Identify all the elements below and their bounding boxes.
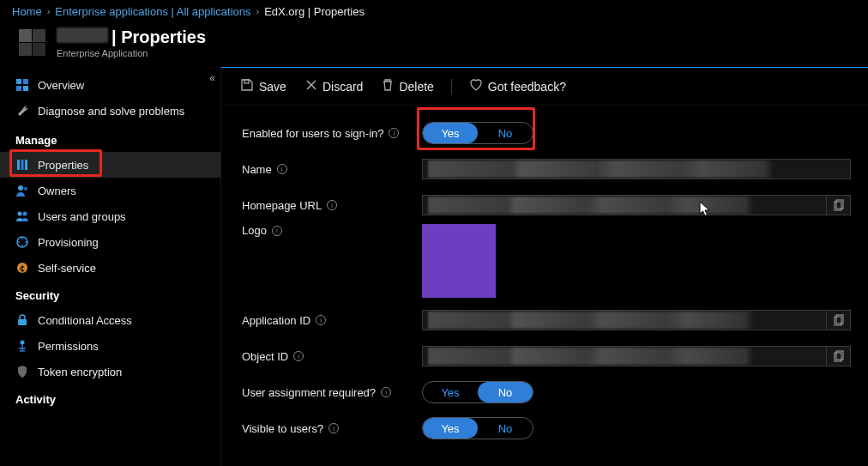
- info-icon[interactable]: i: [327, 200, 337, 210]
- sidebar-item-label: Self-service: [38, 262, 96, 275]
- appid-label: Application ID: [242, 314, 310, 327]
- svg-rect-0: [16, 79, 21, 84]
- svg-point-9: [18, 212, 22, 216]
- sidebar-heading-activity: Activity: [0, 384, 220, 411]
- breadcrumb-home[interactable]: Home: [12, 5, 42, 18]
- shield-icon: [15, 365, 29, 378]
- name-label: Name: [242, 163, 272, 176]
- info-icon[interactable]: i: [293, 351, 304, 361]
- chevron-right-icon: ›: [256, 6, 259, 16]
- lock-icon: [15, 313, 29, 327]
- user-assignment-label: User assignment required?: [242, 386, 376, 399]
- sidebar-item-label: Diagnose and solve problems: [38, 105, 184, 118]
- page-subtitle: Enterprise Application: [57, 48, 206, 58]
- objectid-input[interactable]: [422, 346, 827, 366]
- logo-image[interactable]: [422, 224, 496, 298]
- toggle-yes[interactable]: Yes: [423, 418, 478, 439]
- info-icon[interactable]: i: [277, 164, 287, 174]
- sidebar-item-conditional-access[interactable]: Conditional Access: [0, 307, 220, 333]
- delete-label: Delete: [399, 80, 433, 94]
- svg-rect-16: [244, 80, 249, 83]
- info-icon[interactable]: i: [329, 423, 339, 433]
- toggle-no[interactable]: No: [478, 123, 533, 143]
- save-button[interactable]: Save: [233, 75, 293, 98]
- heart-icon: [469, 78, 483, 94]
- svg-rect-4: [17, 160, 20, 170]
- visible-toggle[interactable]: Yes No: [422, 417, 533, 439]
- sidebar-item-self-service[interactable]: ₵ Self-service: [0, 255, 220, 281]
- info-icon[interactable]: i: [272, 226, 282, 236]
- permissions-icon: [15, 339, 29, 353]
- sidebar-item-label: Token encryption: [38, 366, 122, 378]
- sidebar-item-properties[interactable]: Properties: [0, 152, 220, 178]
- sidebar-item-token-encryption[interactable]: Token encryption: [0, 359, 220, 384]
- sidebar-item-permissions[interactable]: Permissions: [0, 333, 220, 359]
- page-header: | Properties Enterprise Application: [0, 22, 868, 67]
- app-name-redacted: [57, 27, 108, 43]
- svg-rect-2: [16, 86, 21, 91]
- sidebar-item-owners[interactable]: Owners: [0, 178, 220, 203]
- sidebar-item-users-groups[interactable]: Users and groups: [0, 203, 220, 229]
- toolbar: Save Discard Delete Got feedback?: [221, 68, 868, 106]
- users-icon: [15, 209, 29, 223]
- provisioning-icon: [15, 235, 29, 249]
- sidebar-heading-security: Security: [0, 281, 220, 307]
- info-icon[interactable]: i: [389, 128, 399, 138]
- wrench-icon: [15, 104, 29, 118]
- appid-input[interactable]: [422, 310, 827, 330]
- svg-rect-3: [23, 86, 28, 91]
- sidebar-item-overview[interactable]: Overview: [0, 72, 220, 98]
- enabled-label: Enabled for users to sign-in?: [242, 127, 383, 140]
- discard-label: Discard: [322, 80, 363, 94]
- copy-icon[interactable]: [827, 195, 851, 215]
- svg-point-7: [18, 185, 23, 191]
- owners-icon: [15, 184, 29, 197]
- homepage-input[interactable]: [422, 195, 827, 215]
- save-icon: [240, 78, 254, 94]
- discard-icon: [305, 79, 317, 94]
- self-service-icon: ₵: [15, 261, 29, 275]
- toggle-no[interactable]: No: [478, 382, 533, 402]
- enabled-toggle[interactable]: Yes No: [422, 122, 533, 144]
- info-icon[interactable]: i: [381, 387, 391, 397]
- sidebar-item-diagnose[interactable]: Diagnose and solve problems: [0, 98, 220, 124]
- name-input[interactable]: [422, 159, 851, 179]
- toggle-yes[interactable]: Yes: [423, 382, 478, 402]
- svg-rect-14: [18, 319, 27, 325]
- main-content: Save Discard Delete Got feedback? Enable…: [221, 67, 868, 466]
- delete-button[interactable]: Delete: [375, 75, 440, 98]
- sidebar-item-label: Properties: [38, 159, 88, 172]
- user-assignment-toggle[interactable]: Yes No: [422, 381, 533, 403]
- svg-text:₵: ₵: [20, 264, 25, 273]
- feedback-button[interactable]: Got feedback?: [462, 75, 573, 98]
- sidebar-item-label: Users and groups: [38, 210, 126, 223]
- copy-icon[interactable]: [827, 346, 851, 366]
- info-icon[interactable]: i: [316, 315, 326, 325]
- sidebar-item-label: Overview: [38, 79, 84, 92]
- app-logo-icon: [19, 29, 46, 57]
- sidebar: « Overview Diagnose and solve problems M…: [0, 67, 221, 466]
- trash-icon: [382, 78, 394, 94]
- homepage-label: Homepage URL: [242, 199, 322, 212]
- collapse-sidebar-icon[interactable]: «: [209, 72, 215, 84]
- discard-button[interactable]: Discard: [298, 76, 370, 97]
- copy-icon[interactable]: [827, 310, 851, 330]
- toggle-no[interactable]: No: [478, 418, 533, 439]
- sidebar-item-label: Conditional Access: [38, 314, 132, 327]
- overview-icon: [15, 78, 29, 92]
- breadcrumb: Home › Enterprise applications | All app…: [0, 0, 868, 22]
- breadcrumb-enterprise-apps[interactable]: Enterprise applications | All applicatio…: [55, 5, 250, 18]
- sidebar-heading-manage: Manage: [0, 125, 220, 152]
- svg-rect-6: [25, 160, 27, 170]
- toggle-yes[interactable]: Yes: [423, 123, 478, 143]
- feedback-label: Got feedback?: [488, 80, 566, 94]
- sidebar-item-label: Owners: [38, 185, 76, 197]
- svg-point-10: [23, 212, 27, 216]
- objectid-label: Object ID: [242, 350, 288, 363]
- svg-point-15: [21, 341, 25, 345]
- sidebar-item-provisioning[interactable]: Provisioning: [0, 229, 220, 255]
- chevron-right-icon: ›: [47, 6, 51, 16]
- logo-label: Logo: [242, 224, 267, 237]
- sidebar-item-label: Permissions: [38, 340, 99, 353]
- properties-icon: [15, 158, 29, 172]
